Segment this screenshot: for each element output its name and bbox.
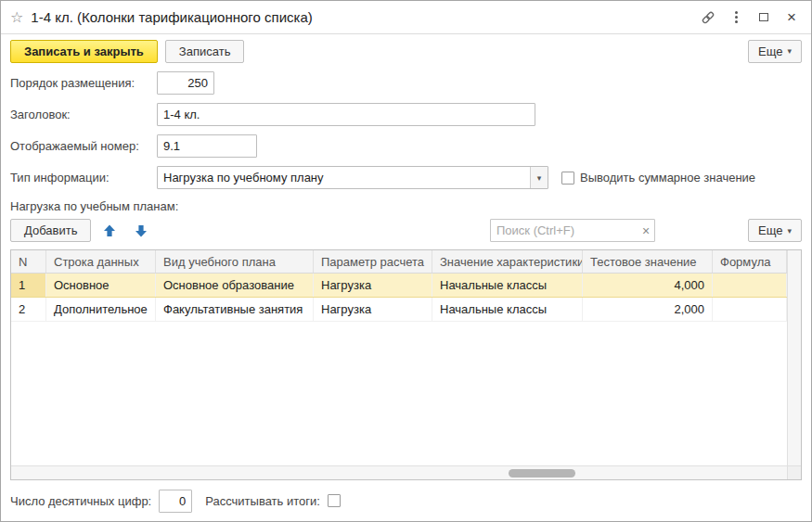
chevron-down-icon: ▾ (787, 46, 792, 56)
cell-param[interactable]: Нагрузка (314, 298, 432, 321)
combo-dropdown-icon[interactable]: ▾ (530, 167, 548, 188)
form-footer: Число десятичных цифр: Рассчитывать итог… (1, 480, 811, 521)
order-input[interactable] (157, 71, 214, 95)
grid-columns: N Строка данных Вид учебного плана Парам… (11, 250, 787, 465)
field-row-title: Заголовок: (10, 103, 802, 126)
move-down-icon[interactable] (128, 219, 154, 242)
move-up-icon[interactable] (97, 219, 122, 242)
titlebar: ☆ 1-4 кл. (Колонки тарификационного спис… (1, 1, 811, 34)
maximize-icon[interactable] (752, 6, 776, 29)
table-row[interactable]: 2 Дополнительное Факультативные занятия … (11, 298, 787, 322)
title-input[interactable] (157, 103, 535, 126)
scrollbar-corner (787, 466, 801, 479)
col-header-n[interactable]: N (11, 250, 46, 273)
cell-data[interactable]: Дополнительное (46, 298, 156, 321)
show-total-option: Выводить суммарное значение (561, 171, 755, 185)
close-icon[interactable]: × (780, 6, 804, 29)
search-box: × (490, 219, 655, 242)
cell-formula[interactable] (713, 298, 787, 321)
col-header-data[interactable]: Строка данных (46, 250, 156, 273)
field-row-display-number: Отображаемый номер: (10, 134, 802, 158)
window-title: 1-4 кл. (Колонки тарификационного списка… (31, 9, 312, 25)
info-type-combo[interactable]: Нагрузка по учебному плану ▾ (157, 166, 548, 189)
add-row-button[interactable]: Добавить (10, 219, 91, 242)
cell-data[interactable]: Основное (46, 274, 156, 297)
col-header-param[interactable]: Параметр расчета (314, 250, 432, 273)
title-label: Заголовок: (10, 108, 157, 121)
show-total-checkbox[interactable] (561, 172, 574, 185)
cell-test[interactable]: 2,000 (583, 298, 713, 321)
col-header-char[interactable]: Значение характеристики (432, 250, 583, 273)
cell-param[interactable]: Нагрузка (314, 274, 432, 297)
grid-header: N Строка данных Вид учебного плана Парам… (11, 250, 787, 274)
more-button-label: Еще (758, 45, 782, 58)
more-button[interactable]: Еще ▾ (748, 40, 802, 63)
calc-totals-label: Рассчитывать итоги: (205, 494, 320, 508)
plans-grid: N Строка данных Вид учебного плана Парам… (10, 249, 802, 480)
save-and-close-button[interactable]: Записать и закрыть (10, 40, 158, 63)
table-more-label: Еще (758, 223, 782, 237)
info-type-value: Нагрузка по учебному плану (158, 167, 530, 188)
field-row-order: Порядок размещения: (10, 71, 802, 95)
form-fields: Порядок размещения: Заголовок: Отображае… (1, 68, 811, 197)
table-more-button[interactable]: Еще ▾ (748, 219, 802, 242)
col-header-plan[interactable]: Вид учебного плана (156, 250, 314, 273)
grid-empty-area (11, 322, 787, 465)
decimal-digits-label: Число десятичных цифр: (10, 494, 151, 508)
horizontal-scrollbar[interactable] (11, 465, 801, 479)
cell-plan[interactable]: Основное образование (156, 274, 314, 297)
grid-wrap: N Строка данных Вид учебного плана Парам… (1, 249, 811, 480)
cell-n[interactable]: 2 (11, 298, 46, 321)
favorite-star-icon[interactable]: ☆ (10, 8, 23, 26)
plans-section-label: Нагрузка по учебным планам: (1, 197, 811, 219)
horizontal-scrollbar-thumb[interactable] (509, 469, 575, 477)
table-toolbar: Добавить × Еще ▾ (1, 219, 811, 249)
display-number-label: Отображаемый номер: (10, 139, 157, 153)
show-total-label: Выводить суммарное значение (580, 171, 755, 185)
info-type-label: Тип информации: (10, 171, 157, 185)
order-label: Порядок размещения: (10, 76, 157, 90)
save-button[interactable]: Записать (165, 40, 245, 63)
cell-formula[interactable] (713, 274, 787, 297)
clear-search-icon[interactable]: × (638, 220, 654, 241)
col-header-test[interactable]: Тестовое значение (583, 250, 713, 273)
cell-test[interactable]: 4,000 (583, 274, 713, 297)
calc-totals-checkbox[interactable] (328, 494, 341, 507)
decimal-digits-input[interactable] (159, 490, 192, 513)
field-row-info-type: Тип информации: Нагрузка по учебному пла… (10, 166, 802, 189)
col-header-formula[interactable]: Формула (713, 250, 787, 273)
form-window: ☆ 1-4 кл. (Колонки тарификационного спис… (0, 0, 812, 522)
link-icon[interactable] (696, 6, 720, 29)
table-row[interactable]: 1 Основное Основное образование Нагрузка… (11, 274, 787, 298)
display-number-input[interactable] (157, 134, 257, 158)
cell-plan[interactable]: Факультативные занятия (156, 298, 314, 321)
chevron-down-icon: ▾ (787, 226, 792, 236)
vertical-scrollbar[interactable] (787, 250, 801, 465)
grid-main: N Строка данных Вид учебного плана Парам… (11, 250, 801, 465)
cell-n[interactable]: 1 (11, 274, 46, 297)
kebab-dots (735, 11, 738, 23)
kebab-menu-icon[interactable] (724, 6, 748, 29)
search-input[interactable] (491, 220, 638, 241)
cell-char[interactable]: Начальные классы (432, 298, 583, 321)
command-bar: Записать и закрыть Записать Еще ▾ (1, 34, 811, 68)
cell-char[interactable]: Начальные классы (432, 274, 583, 297)
